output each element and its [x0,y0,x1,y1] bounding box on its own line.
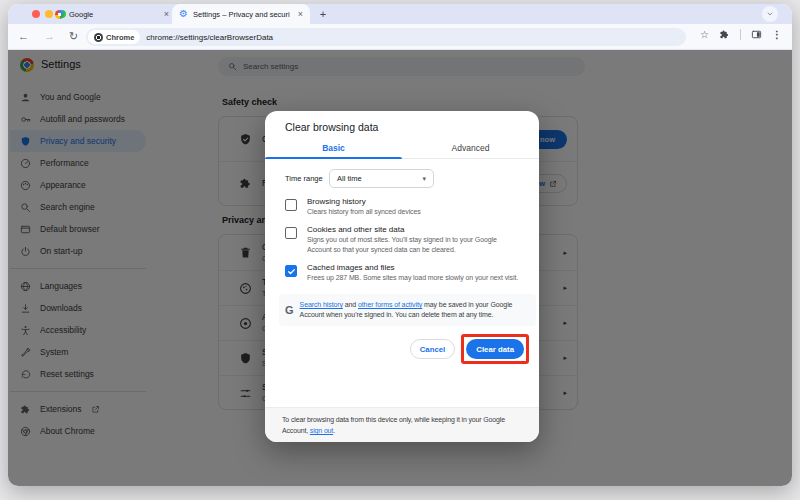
desktop: { "browser": { "tabs": [ {"title": "Goog… [0,0,800,500]
checkbox-row-cached-images[interactable]: Cached images and files Frees up 287 MB.… [285,263,527,283]
browser-toolbar: ← → ↻ Chrome chrome://settings/clearBrow… [8,24,792,50]
google-favicon-icon [55,10,64,19]
menu-kebab-icon[interactable]: ⋮ [772,29,782,40]
close-window-button[interactable] [32,10,40,18]
tab-title: Settings – Privacy and securi [193,10,293,19]
google-g-icon: G [285,304,294,316]
tab-settings[interactable]: ⚙ Settings – Privacy and securi × [172,4,310,24]
toolbar-divider [740,29,741,40]
time-range-label: Time range [285,174,329,183]
checkbox-row-browsing-history[interactable]: Browsing history Clears history from all… [285,197,527,217]
url-text: chrome://settings/clearBrowserData [146,33,273,42]
chrome-badge: Chrome [88,30,140,44]
check-icon [287,267,296,276]
bookmark-star-icon[interactable]: ☆ [700,29,709,40]
address-bar[interactable]: Chrome chrome://settings/clearBrowserDat… [86,28,686,46]
tab-close-icon[interactable]: × [164,10,169,19]
browsing-history-checkbox[interactable] [285,199,297,211]
tab-title: Google [69,10,159,19]
chevron-down-icon [766,10,774,18]
reload-button[interactable]: ↻ [69,30,78,43]
dialog-footer: To clear browsing data from this device … [265,407,539,442]
clear-browsing-data-dialog: Clear browsing data Basic Advanced Time … [265,111,539,442]
tab-search-button[interactable] [762,6,778,22]
clear-data-button[interactable]: Clear data [466,339,524,359]
dialog-tabs: Basic Advanced [265,137,539,159]
dialog-title: Clear browsing data [265,111,539,133]
browser-window: Google × ⚙ Settings – Privacy and securi… [8,4,792,486]
tab-advanced[interactable]: Advanced [402,137,539,158]
cancel-button[interactable]: Cancel [410,339,456,359]
settings-page: Settings Search settings You and Google … [8,50,792,486]
forward-button[interactable]: → [44,30,55,43]
settings-favicon-icon: ⚙ [179,9,188,19]
checkbox-row-cookies[interactable]: Cookies and other site data Signs you ou… [285,225,527,255]
tab-basic[interactable]: Basic [265,137,402,158]
dropdown-caret-icon: ▾ [422,175,426,183]
cached-images-checkbox[interactable] [285,265,297,277]
tab-google[interactable]: Google × [48,4,176,24]
time-range-select[interactable]: All time ▾ [329,169,434,188]
annotation-highlight-box: Clear data [461,334,529,364]
extensions-icon[interactable] [719,29,730,40]
chrome-logo-icon [94,33,103,42]
search-history-link[interactable]: Search history [300,301,343,308]
side-panel-icon[interactable] [751,29,762,40]
google-account-notice: G Search history and other forms of acti… [279,294,536,326]
tab-strip: Google × ⚙ Settings – Privacy and securi… [8,4,792,24]
cookies-checkbox[interactable] [285,227,297,239]
new-tab-button[interactable]: + [316,7,330,21]
other-activity-link[interactable]: other forms of activity [358,301,422,308]
tab-close-icon[interactable]: × [298,10,303,19]
back-button[interactable]: ← [18,30,29,43]
sign-out-link[interactable]: sign out [310,427,333,434]
